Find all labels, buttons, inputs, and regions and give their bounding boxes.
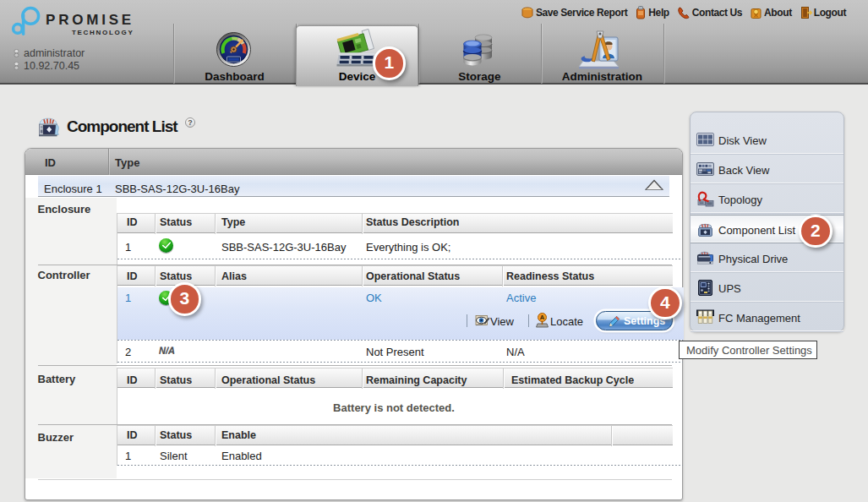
svg-text:A: A (540, 314, 545, 321)
